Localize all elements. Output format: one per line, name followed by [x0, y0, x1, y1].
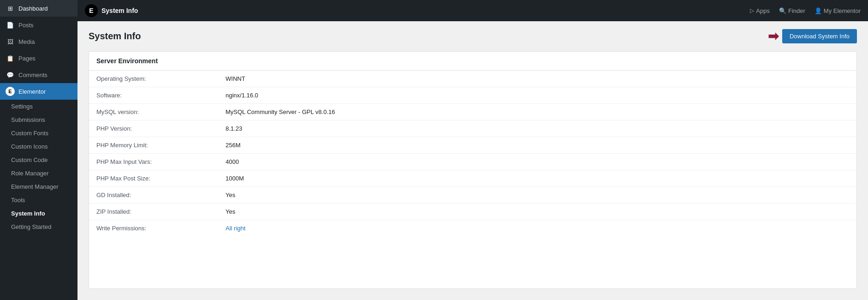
sidebar-item-posts[interactable]: 📄 Posts	[0, 17, 77, 33]
media-icon: 🖼	[6, 37, 15, 46]
info-row-zip: ZIP Installed: Yes	[89, 204, 856, 220]
pages-icon: 📋	[6, 54, 15, 63]
info-label-php-version: PHP Version:	[96, 125, 226, 132]
sidebar-item-dashboard[interactable]: ⊞ Dashboard	[0, 0, 77, 17]
info-value-mysql: MySQL Community Server - GPL v8.0.16	[226, 108, 849, 115]
info-label-php-memory: PHP Memory Limit:	[96, 142, 226, 149]
info-value-software: nginx/1.16.0	[226, 92, 849, 99]
info-row-mysql: MySQL version: MySQL Community Server - …	[89, 104, 856, 120]
content: System Info ➡ Download System Info Serve…	[77, 21, 868, 300]
sidebar-submenu-item-submissions[interactable]: Submissions	[0, 113, 77, 126]
info-row-write-permissions: Write Permissions: All right	[89, 220, 856, 236]
sidebar-submenu-item-settings[interactable]: Settings	[0, 100, 77, 113]
topbar-actions: ▷ Apps 🔍 Finder 👤 My Elementor	[750, 7, 861, 14]
info-row-php-version: PHP Version: 8.1.23	[89, 120, 856, 137]
page-header: System Info ➡ Download System Info	[77, 21, 868, 51]
info-row-gd: GD Installed: Yes	[89, 187, 856, 204]
brand-icon: E	[85, 4, 98, 17]
my-elementor-icon: 👤	[814, 7, 822, 14]
sidebar-submenu-item-custom-code[interactable]: Custom Code	[0, 153, 77, 167]
info-row-php-input-vars: PHP Max Input Vars: 4000	[89, 154, 856, 170]
topbar-title: System Info	[101, 7, 138, 14]
info-label-write-permissions: Write Permissions:	[96, 225, 226, 232]
info-value-zip: Yes	[226, 208, 849, 215]
info-row-php-memory: PHP Memory Limit: 256M	[89, 137, 856, 154]
brand: E System Info	[85, 4, 138, 17]
info-row-php-post-size: PHP Max Post Size: 1000M	[89, 170, 856, 187]
elementor-icon: E	[6, 87, 15, 96]
main-area: E System Info ▷ Apps 🔍 Finder 👤 My Eleme…	[77, 0, 868, 300]
posts-icon: 📄	[6, 20, 15, 30]
download-system-info-button[interactable]: Download System Info	[782, 29, 857, 43]
top-bar: E System Info ▷ Apps 🔍 Finder 👤 My Eleme…	[77, 0, 868, 21]
download-btn-wrapper: ➡ Download System Info	[768, 29, 857, 44]
download-arrow: ➡	[768, 29, 779, 44]
my-elementor-button[interactable]: 👤 My Elementor	[814, 7, 861, 14]
info-value-php-post-size: 1000M	[226, 175, 849, 182]
sidebar-item-elementor[interactable]: E Elementor ◀	[0, 83, 77, 100]
sidebar-submenu-item-custom-fonts[interactable]: Custom Fonts	[0, 126, 77, 140]
apps-icon: ▷	[750, 7, 754, 14]
info-value-gd: Yes	[226, 192, 849, 198]
info-value-os: WINNT	[226, 75, 849, 82]
sidebar-item-media[interactable]: 🖼 Media	[0, 33, 77, 50]
info-label-os: Operating System:	[96, 75, 226, 82]
sidebar-submenu-item-role-manager[interactable]: Role Manager	[0, 167, 77, 180]
info-value-php-memory: 256M	[226, 142, 849, 149]
info-value-write-permissions: All right	[226, 225, 849, 232]
info-row-os: Operating System: WINNT	[89, 71, 856, 87]
info-label-php-post-size: PHP Max Post Size:	[96, 175, 226, 182]
sidebar-submenu-item-custom-icons[interactable]: Custom Icons	[0, 140, 77, 153]
info-label-mysql: MySQL version:	[96, 108, 226, 115]
sidebar-submenu-item-tools[interactable]: Tools	[0, 193, 77, 207]
sidebar: ⊞ Dashboard 📄 Posts 🖼 Media 📋 Pages 💬 Co…	[0, 0, 77, 300]
finder-icon: 🔍	[779, 7, 786, 14]
info-label-gd: GD Installed:	[96, 192, 226, 198]
info-value-php-input-vars: 4000	[226, 158, 849, 165]
dashboard-icon: ⊞	[6, 4, 15, 13]
sidebar-submenu-item-system-info[interactable]: System Info ◀	[0, 207, 77, 220]
sidebar-item-pages[interactable]: 📋 Pages	[0, 50, 77, 66]
section-header: Server Environment	[89, 52, 856, 71]
info-label-php-input-vars: PHP Max Input Vars:	[96, 158, 226, 165]
info-value-php-version: 8.1.23	[226, 125, 849, 132]
info-row-software: Software: nginx/1.16.0	[89, 87, 856, 104]
info-label-software: Software:	[96, 92, 226, 99]
sidebar-submenu-item-element-manager[interactable]: Element Manager	[0, 180, 77, 193]
page-title: System Info	[89, 31, 141, 42]
info-label-zip: ZIP Installed:	[96, 208, 226, 215]
sidebar-item-comments[interactable]: 💬 Comments	[0, 66, 77, 83]
apps-button[interactable]: ▷ Apps	[750, 7, 770, 14]
finder-button[interactable]: 🔍 Finder	[779, 7, 805, 14]
system-info-card: Server Environment Operating System: WIN…	[89, 51, 857, 289]
comments-icon: 💬	[6, 70, 15, 79]
sidebar-submenu-item-getting-started[interactable]: Getting Started	[0, 220, 77, 234]
